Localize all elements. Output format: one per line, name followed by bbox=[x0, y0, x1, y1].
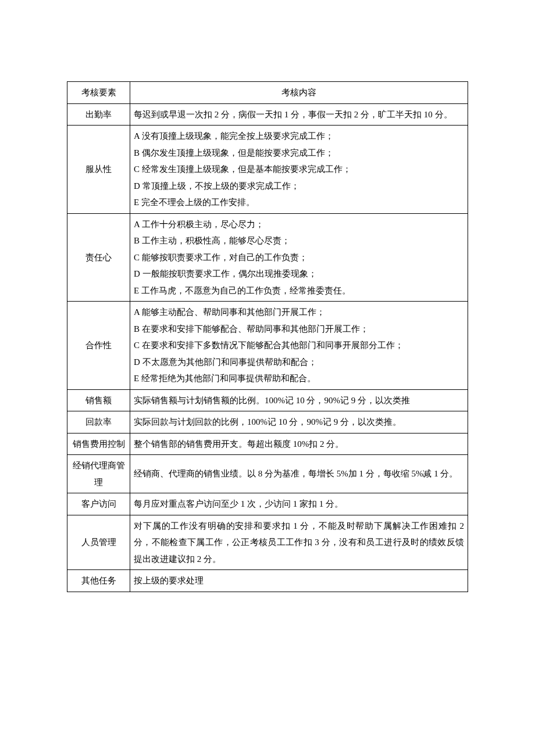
row-content: 实际回款与计划回款的比例，100%记 10 分，90%记 9 分，以次类推。 bbox=[130, 411, 468, 433]
table-row: 销售额实际销售额与计划销售额的比例。100%记 10 分，90%记 9 分，以次… bbox=[67, 389, 468, 411]
row-label: 出勤率 bbox=[67, 103, 130, 126]
row-label: 经销代理商管理 bbox=[67, 455, 130, 493]
row-label: 责任心 bbox=[67, 213, 130, 302]
row-label: 人员管理 bbox=[67, 515, 130, 570]
content-line: E 经常拒绝为其他部门和同事提供帮助和配合。 bbox=[134, 370, 464, 387]
table-row: 合作性A 能够主动配合、帮助同事和其他部门开展工作；B 在要求和安排下能够配合、… bbox=[67, 302, 468, 390]
row-content: A 没有顶撞上级现象，能完全按上级要求完成工作；B 偶尔发生顶撞上级现象，但是能… bbox=[130, 126, 468, 214]
content-line: B 工作主动，积极性高，能够尽心尽责； bbox=[134, 232, 464, 249]
row-label: 客户访问 bbox=[67, 493, 130, 515]
content-line: E 工作马虎，不愿意为自己的工作负责，经常推委责任。 bbox=[134, 282, 464, 299]
content-line: B 在要求和安排下能够配合、帮助同事和其他部门开展工作； bbox=[134, 321, 464, 338]
table-row: 销售费用控制整个销售部的销售费用开支。每超出额度 10%扣 2 分。 bbox=[67, 433, 468, 455]
table-row: 经销代理商管理经销商、代理商的销售业绩。以 8 分为基准，每增长 5%加 1 分… bbox=[67, 455, 468, 493]
content-line: D 常顶撞上级，不按上级的要求完成工作； bbox=[134, 178, 464, 195]
table-header-row: 考核要素 考核内容 bbox=[67, 82, 468, 104]
content-line: D 不太愿意为其他部门和同事提供帮助和配合； bbox=[134, 354, 464, 371]
header-col2: 考核内容 bbox=[130, 82, 468, 104]
table-row: 出勤率每迟到或早退一次扣 2 分，病假一天扣 1 分，事假一天扣 2 分，旷工半… bbox=[67, 103, 468, 126]
table-row: 其他任务按上级的要求处理 bbox=[67, 570, 468, 592]
row-content: 经销商、代理商的销售业绩。以 8 分为基准，每增长 5%加 1 分，每收缩 5%… bbox=[130, 455, 468, 493]
row-content: 每迟到或早退一次扣 2 分，病假一天扣 1 分，事假一天扣 2 分，旷工半天扣 … bbox=[130, 103, 468, 126]
content-line: C 能够按职责要求工作，对自己的工作负责； bbox=[134, 249, 464, 266]
content-line: B 偶尔发生顶撞上级现象，但是能按要求完成工作； bbox=[134, 145, 464, 162]
content-line: E 完全不理会上级的工作安排。 bbox=[134, 194, 464, 211]
row-content: 整个销售部的销售费用开支。每超出额度 10%扣 2 分。 bbox=[130, 433, 468, 455]
row-content: 按上级的要求处理 bbox=[130, 570, 468, 592]
table-row: 回款率实际回款与计划回款的比例，100%记 10 分，90%记 9 分，以次类推… bbox=[67, 411, 468, 433]
row-label: 服从性 bbox=[67, 126, 130, 214]
row-label: 销售费用控制 bbox=[67, 433, 130, 455]
row-label: 销售额 bbox=[67, 389, 130, 411]
content-line: C 在要求和安排下多数情况下能够配合其他部门和同事开展部分工作； bbox=[134, 337, 464, 354]
row-content: 实际销售额与计划销售额的比例。100%记 10 分，90%记 9 分，以次类推 bbox=[130, 389, 468, 411]
assessment-table: 考核要素 考核内容 出勤率每迟到或早退一次扣 2 分，病假一天扣 1 分，事假一… bbox=[67, 81, 468, 592]
row-content: 对下属的工作没有明确的安排和要求扣 1 分，不能及时帮助下属解决工作困难扣 2 … bbox=[130, 515, 468, 570]
content-line: A 工作十分积极主动，尽心尽力； bbox=[134, 216, 464, 233]
table-row: 客户访问每月应对重点客户访问至少 1 次，少访问 1 家扣 1 分。 bbox=[67, 493, 468, 515]
content-line: A 没有顶撞上级现象，能完全按上级要求完成工作； bbox=[134, 128, 464, 145]
table-body: 出勤率每迟到或早退一次扣 2 分，病假一天扣 1 分，事假一天扣 2 分，旷工半… bbox=[67, 103, 468, 592]
row-content: 每月应对重点客户访问至少 1 次，少访问 1 家扣 1 分。 bbox=[130, 493, 468, 515]
row-label: 回款率 bbox=[67, 411, 130, 433]
row-content: A 能够主动配合、帮助同事和其他部门开展工作；B 在要求和安排下能够配合、帮助同… bbox=[130, 302, 468, 390]
content-line: D 一般能按职责要求工作，偶尔出现推委现象； bbox=[134, 266, 464, 282]
table-row: 人员管理对下属的工作没有明确的安排和要求扣 1 分，不能及时帮助下属解决工作困难… bbox=[67, 515, 468, 570]
content-line: A 能够主动配合、帮助同事和其他部门开展工作； bbox=[134, 304, 464, 321]
content-line: C 经常发生顶撞上级现象，但是基本能按要求完成工作； bbox=[134, 161, 464, 178]
row-label: 其他任务 bbox=[67, 570, 130, 592]
table-row: 责任心A 工作十分积极主动，尽心尽力；B 工作主动，积极性高，能够尽心尽责；C … bbox=[67, 213, 468, 302]
header-col1: 考核要素 bbox=[67, 82, 130, 104]
table-row: 服从性A 没有顶撞上级现象，能完全按上级要求完成工作；B 偶尔发生顶撞上级现象，… bbox=[67, 126, 468, 214]
row-content: A 工作十分积极主动，尽心尽力；B 工作主动，积极性高，能够尽心尽责；C 能够按… bbox=[130, 213, 468, 302]
row-label: 合作性 bbox=[67, 302, 130, 390]
